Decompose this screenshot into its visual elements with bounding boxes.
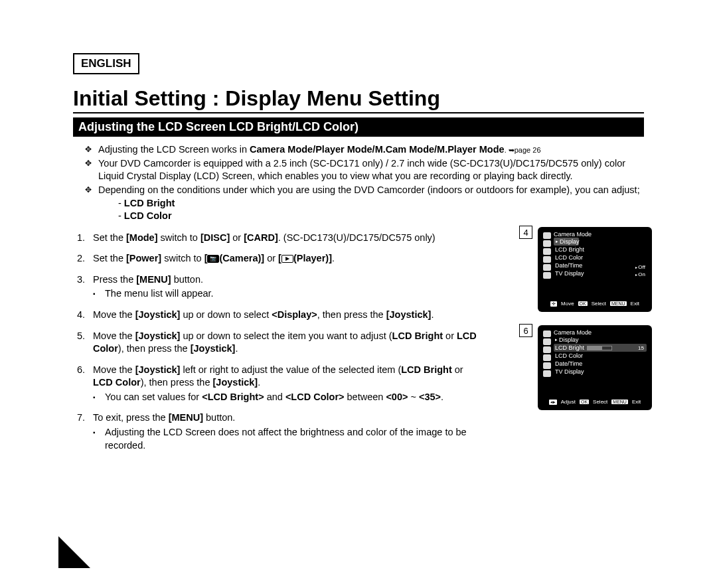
nav-icon: ✢: [550, 301, 557, 307]
lcd-icon: [543, 264, 551, 271]
bullet-2: Your DVD Camcorder is equipped with a 2.…: [85, 157, 644, 183]
lcd-item: TV Display: [554, 368, 648, 376]
step-5: Move the [Joystick] up or down to select…: [88, 330, 485, 356]
player-icon: ▶: [281, 255, 293, 263]
lcd-icon: [543, 354, 551, 361]
sub-item-bright: LCD Bright: [118, 197, 644, 210]
page-title: Initial Setting : Display Menu Setting: [73, 86, 644, 113]
lcd-footer: ◂▸Adjust OKSelect MENUExit: [542, 399, 648, 405]
step-6: Move the [Joystick] left or right to adj…: [88, 364, 485, 404]
lcd-value: 15: [638, 345, 644, 351]
lcd-icon: [543, 338, 551, 345]
lcd-icon: [543, 240, 551, 247]
lcd-item: Date/Time: [554, 360, 648, 368]
section-heading: Adjusting the LCD Screen LCD Bright/LCD …: [73, 117, 644, 137]
step-7: To exit, press the [MENU] button. Adjust…: [88, 411, 485, 452]
lcd-screen-6: 6 Camera Mode ▸Display LCD Bright: [538, 325, 652, 410]
camera-icon: 📷: [207, 255, 219, 263]
step-2: Set the [Power] switch to [📷(Camera)] or…: [88, 252, 485, 265]
step-1: Set the [Mode] switch to [DISC] or [CARD…: [88, 232, 485, 245]
page-number: 36: [35, 555, 44, 565]
page-number-corner: 36: [58, 536, 90, 568]
nav-icon: ◂▸: [549, 400, 557, 405]
step-3: Press the [MENU] button. The menu list w…: [88, 273, 485, 301]
step-4: Move the [Joystick] up or down to select…: [88, 309, 485, 322]
lcd-item: TV Display: [554, 269, 648, 277]
bullet-1: Adjusting the LCD Screen works in Camera…: [85, 143, 644, 156]
language-label: ENGLISH: [73, 53, 139, 74]
step-badge-4: 4: [519, 226, 532, 239]
bullet-3: Depending on the conditions under which …: [85, 184, 644, 222]
lcd-illustrations: 4 Camera Mode ▸Display LCD Bright LCD Co…: [538, 227, 652, 423]
sub-item-color: LCD Color: [118, 210, 644, 222]
lcd-item: LCD Color: [554, 254, 648, 261]
steps-list: Set the [Mode] switch to [DISC] or [CARD…: [73, 232, 485, 452]
lcd-icon: [543, 346, 551, 353]
lcd-icon: [543, 248, 551, 255]
lcd-icon: [543, 232, 551, 239]
lcd-icon: [543, 370, 551, 377]
lcd-section: ▸Display: [554, 336, 648, 344]
lcd-slider: [587, 346, 612, 350]
lcd-section: ▸Display: [554, 238, 579, 246]
lcd-mode: Camera Mode: [554, 231, 648, 238]
lcd-right-options: Off On: [635, 264, 645, 277]
lcd-icon: [543, 256, 551, 263]
manual-page: ENGLISH Initial Setting : Display Menu S…: [0, 0, 717, 588]
lcd-item: LCD Bright: [554, 246, 648, 254]
lcd-icon: [543, 362, 551, 369]
lcd-icon: [543, 272, 551, 279]
lcd-footer: ✢Move OKSelect MENUExit: [542, 301, 648, 307]
lcd-item-selected: LCD Bright 15: [554, 344, 647, 352]
step-badge-6: 6: [519, 324, 532, 337]
lcd-icon: [543, 331, 551, 337]
lcd-screen-4: 4 Camera Mode ▸Display LCD Bright LCD Co…: [538, 227, 652, 312]
lcd-mode: Camera Mode: [554, 329, 648, 336]
lcd-item: LCD Color: [554, 352, 648, 360]
lcd-item: Date/Time: [554, 261, 648, 269]
